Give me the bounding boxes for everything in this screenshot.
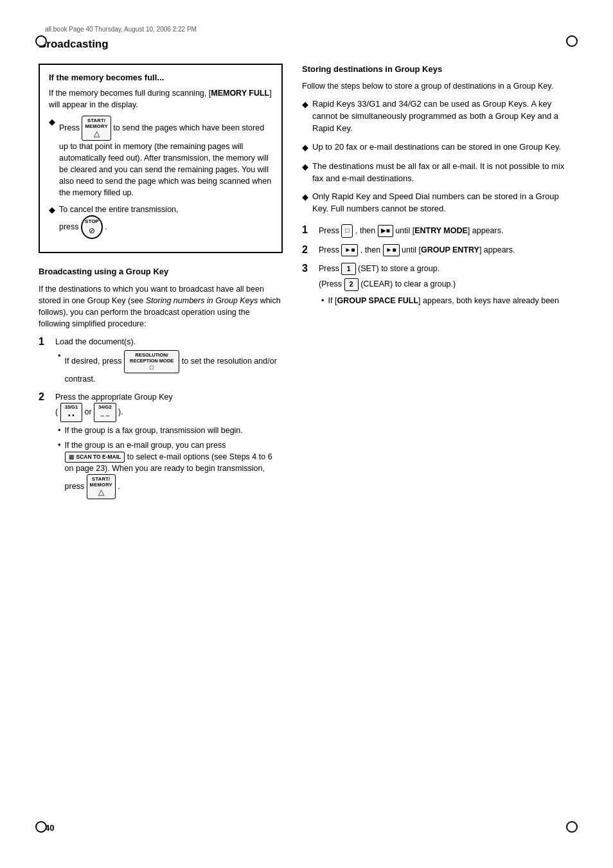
num-key-1: 1 <box>341 263 355 276</box>
bullet2-prefix: To cancel the entire transmission,press <box>59 205 179 231</box>
right-diamond-1: ◆ <box>302 99 308 111</box>
right-step-3-sub2-text: If [GROUP SPACE FULL] appears, both keys… <box>328 295 574 306</box>
broadcasting-section-intro: If the destinations to which you want to… <box>39 283 283 330</box>
info-box-bullet2: ◆ To cancel the entire transmission,pres… <box>49 204 272 239</box>
arrow-key-3: ►■ <box>383 244 400 256</box>
page-title: Broadcasting <box>39 38 574 51</box>
group-key-33g1: 33/G1 • • <box>60 403 82 421</box>
num-key-2: 2 <box>344 278 359 291</box>
bullet-diamond-2: ◆ <box>49 204 55 217</box>
group-key-34g2: 34/G2 – – <box>94 403 116 421</box>
right-step-1: 1 Press □ , then ▶■ until [ENTRY MODE] a… <box>302 224 574 238</box>
start-memory-button-2: START/MEMORY △ <box>87 474 116 499</box>
left-step-2-sub2-text: If the group is an e-mail group, you can… <box>65 439 283 499</box>
info-box-bullet1: ◆ Press START/MEMORY △ to send the pages… <box>49 116 272 199</box>
right-step-1-number: 1 <box>302 224 314 236</box>
right-bullet-4: ◆ Only Rapid Key and Speed Dial numbers … <box>302 191 574 215</box>
left-step-2-sub1-text: If the group is a fax group, transmissio… <box>65 425 283 436</box>
start-memory-button-1: START/MEMORY △ <box>82 116 111 140</box>
arrow-key-2: ►■ <box>341 244 358 256</box>
right-step-1-content: Press □ , then ▶■ until [ENTRY MODE] app… <box>319 224 574 238</box>
info-box: If the memory becomes full... If the mem… <box>39 64 283 253</box>
step3-sub1: (Press 2 (CLEAR) to clear a group.) <box>319 278 574 291</box>
right-diamond-3: ◆ <box>302 161 308 173</box>
right-bullet-1: ◆ Rapid Keys 33/G1 and 34/G2 can be used… <box>302 98 574 135</box>
storing-section-heading: Storing destinations in Group Keys <box>302 64 574 75</box>
page-number: 40 <box>45 823 54 833</box>
right-section-bullets: ◆ Rapid Keys 33/G1 and 34/G2 can be used… <box>302 98 574 215</box>
corner-mark-tl <box>35 35 47 47</box>
left-step-1-number: 1 <box>39 336 50 348</box>
left-step-2-sub1: • If the group is a fax group, transmiss… <box>58 425 283 437</box>
right-bullet-4-text: Only Rapid Key and Speed Dial numbers ca… <box>312 191 574 215</box>
resolution-button: RESOLUTION/RECEPTION MODE □ <box>124 350 179 373</box>
press-label-1: Press <box>59 123 82 132</box>
right-step-3-sub2: • If [GROUP SPACE FULL] appears, both ke… <box>321 295 574 307</box>
arrow-key-1: ▶■ <box>378 225 393 237</box>
right-step-3: 3 Press 1 (SET) to store a group. (Press… <box>302 263 574 310</box>
left-step-1-sub-text: If desired, press RESOLUTION/RECEPTION M… <box>65 350 283 385</box>
info-box-intro: If the memory becomes full during scanni… <box>49 87 272 111</box>
right-step-2-content: Press ►■ , then ►■ until [GROUP ENTRY] a… <box>319 244 574 256</box>
left-step-2-sub2: • If the group is an e-mail group, you c… <box>58 439 283 499</box>
right-step-3-number: 3 <box>302 263 314 274</box>
right-diamond-4: ◆ <box>302 191 308 204</box>
info-box-bullet1-text: Press START/MEMORY △ to send the pages w… <box>59 116 272 199</box>
right-diamond-2: ◆ <box>302 142 308 154</box>
stop-button: STOP ⊘ <box>81 215 103 239</box>
left-step-1-sub: • If desired, press RESOLUTION/RECEPTION… <box>58 350 283 385</box>
storing-section-intro: Follow the steps below to store a group … <box>302 80 574 92</box>
file-info: all.book Page 40 Thursday, August 10, 20… <box>39 26 574 33</box>
function-key-1: □ <box>341 224 353 238</box>
right-steps: 1 Press □ , then ▶■ until [ENTRY MODE] a… <box>302 224 574 310</box>
two-column-layout: If the memory becomes full... If the mem… <box>39 64 574 506</box>
left-step-2: 2 Press the appropriate Group Key ( 33/G… <box>39 391 283 501</box>
right-bullet-3: ◆ The destinations must be all fax or al… <box>302 161 574 185</box>
scan-to-email-button: ▩ SCAN TO E-MAIL <box>65 452 125 463</box>
right-bullet-2-text: Up to 20 fax or e-mail destinations can … <box>312 141 574 154</box>
broadcasting-section-heading: Broadcasting using a Group Key <box>39 266 283 278</box>
bullet-diamond-1: ◆ <box>49 116 55 128</box>
left-step-1: 1 Load the document(s). • If desired, pr… <box>39 336 283 387</box>
left-step-2-content: Press the appropriate Group Key ( 33/G1 … <box>55 391 283 501</box>
corner-mark-br <box>566 821 578 833</box>
left-step-1-content: Load the document(s). • If desired, pres… <box>55 336 283 387</box>
left-column: If the memory becomes full... If the mem… <box>39 64 283 506</box>
page: all.book Page 40 Thursday, August 10, 20… <box>0 0 613 868</box>
right-step-2: 2 Press ►■ , then ►■ until [GROUP ENTRY]… <box>302 244 574 256</box>
left-step-2-number: 2 <box>39 391 50 403</box>
right-bullet-1-text: Rapid Keys 33/G1 and 34/G2 can be used a… <box>312 98 574 135</box>
right-step-2-number: 2 <box>302 244 314 256</box>
right-step-3-content: Press 1 (SET) to store a group. (Press 2… <box>319 263 574 310</box>
right-column: Storing destinations in Group Keys Follo… <box>302 64 574 506</box>
right-bullet-2: ◆ Up to 20 fax or e-mail destinations ca… <box>302 141 574 154</box>
right-bullet-3-text: The destinations must be all fax or all … <box>312 161 574 185</box>
info-box-title: If the memory becomes full... <box>49 73 272 82</box>
corner-mark-tr <box>566 35 578 47</box>
info-box-bullet2-text: To cancel the entire transmission,press … <box>59 204 272 239</box>
